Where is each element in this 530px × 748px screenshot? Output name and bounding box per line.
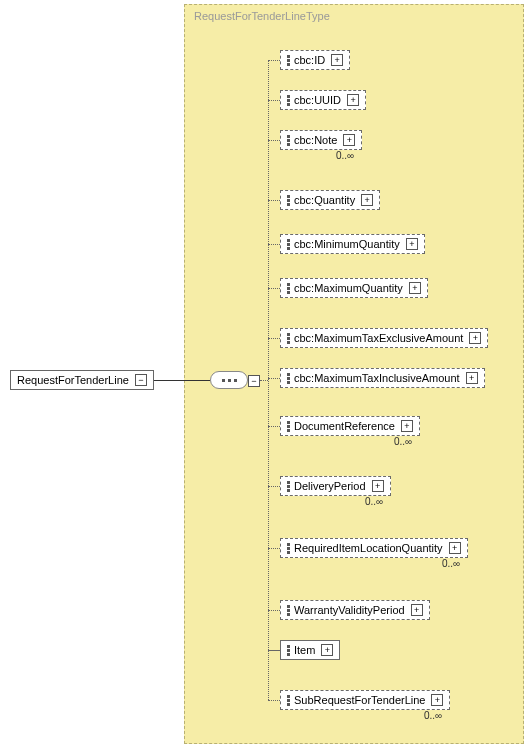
child-element: cbc:UUID [268,90,366,110]
element-box: cbc:MinimumQuantity [280,234,425,254]
element-label: cbc:MaximumQuantity [294,282,403,294]
connector [268,700,280,701]
cardinality-label: 0..∞ [336,150,354,161]
type-marker-icon [287,421,290,432]
child-element: SubRequestForTenderLine [268,690,450,710]
expand-icon[interactable] [431,694,443,706]
root-element: RequestForTenderLine [10,370,154,390]
expand-icon[interactable] [361,194,373,206]
connector [268,610,280,611]
type-marker-icon [287,695,290,706]
cardinality-label: 0..∞ [442,558,460,569]
child-element: cbc:MaximumTaxInclusiveAmount [268,368,485,388]
element-box: cbc:ID [280,50,350,70]
connector [268,244,280,245]
connector [268,338,280,339]
root-label: RequestForTenderLine [17,374,129,386]
type-marker-icon [287,95,290,106]
expand-icon[interactable] [347,94,359,106]
type-marker-icon [287,195,290,206]
element-label: cbc:ID [294,54,325,66]
sequence-compositor [210,371,248,389]
child-element: cbc:Quantity [268,190,380,210]
connector [268,200,280,201]
element-box: cbc:UUID [280,90,366,110]
type-label: RequestForTenderLineType [194,10,330,22]
element-box: DocumentReference [280,416,420,436]
element-label: cbc:MinimumQuantity [294,238,400,250]
expand-icon[interactable] [406,238,418,250]
element-box: cbc:MaximumQuantity [280,278,428,298]
child-element: cbc:MinimumQuantity [268,234,425,254]
element-box: cbc:MaximumTaxExclusiveAmount [280,328,488,348]
connector [268,378,280,379]
element-label: cbc:MaximumTaxExclusiveAmount [294,332,463,344]
type-marker-icon [287,333,290,344]
expand-icon[interactable] [411,604,423,616]
expand-icon[interactable] [331,54,343,66]
expand-icon[interactable] [449,542,461,554]
child-element: Item [268,640,340,660]
expand-icon[interactable] [466,372,478,384]
child-element: WarrantyValidityPeriod [268,600,430,620]
type-marker-icon [287,283,290,294]
child-element: RequiredItemLocationQuantity [268,538,468,558]
element-label: cbc:Note [294,134,337,146]
element-label: WarrantyValidityPeriod [294,604,405,616]
element-label: DocumentReference [294,420,395,432]
child-element: cbc:ID [268,50,350,70]
type-marker-icon [287,55,290,66]
child-element: cbc:Note [268,130,362,150]
element-box: SubRequestForTenderLine [280,690,450,710]
element-label: Item [294,644,315,656]
connector-seq-trunk [260,380,268,381]
connector [268,140,280,141]
element-box: DeliveryPeriod [280,476,391,496]
element-box: cbc:MaximumTaxInclusiveAmount [280,368,485,388]
child-element: DeliveryPeriod [268,476,391,496]
type-marker-icon [287,605,290,616]
type-marker-icon [287,373,290,384]
connector [268,486,280,487]
connector [268,650,280,651]
element-box: WarrantyValidityPeriod [280,600,430,620]
element-box: Item [280,640,340,660]
connector [268,548,280,549]
element-label: RequiredItemLocationQuantity [294,542,443,554]
connector [268,288,280,289]
child-element: cbc:MaximumTaxExclusiveAmount [268,328,488,348]
expand-icon[interactable] [248,375,260,387]
cardinality-label: 0..∞ [365,496,383,507]
element-label: DeliveryPeriod [294,480,366,492]
expand-icon[interactable] [321,644,333,656]
element-box: cbc:Quantity [280,190,380,210]
expand-icon[interactable] [401,420,413,432]
expand-icon[interactable] [135,374,147,386]
connector [268,60,280,61]
expand-icon[interactable] [343,134,355,146]
connector [268,426,280,427]
connector-root-seq [154,380,210,381]
type-marker-icon [287,481,290,492]
element-box: RequiredItemLocationQuantity [280,538,468,558]
expand-icon[interactable] [409,282,421,294]
type-marker-icon [287,543,290,554]
element-label: cbc:Quantity [294,194,355,206]
element-label: SubRequestForTenderLine [294,694,425,706]
type-marker-icon [287,645,290,656]
child-element: DocumentReference [268,416,420,436]
type-marker-icon [287,135,290,146]
element-label: cbc:UUID [294,94,341,106]
diagram-canvas: RequestForTenderLineType RequestForTende… [0,0,530,748]
cardinality-label: 0..∞ [424,710,442,721]
type-marker-icon [287,239,290,250]
connector [268,100,280,101]
child-element: cbc:MaximumQuantity [268,278,428,298]
cardinality-label: 0..∞ [394,436,412,447]
element-label: cbc:MaximumTaxInclusiveAmount [294,372,460,384]
element-box: cbc:Note [280,130,362,150]
expand-icon[interactable] [469,332,481,344]
expand-icon[interactable] [372,480,384,492]
